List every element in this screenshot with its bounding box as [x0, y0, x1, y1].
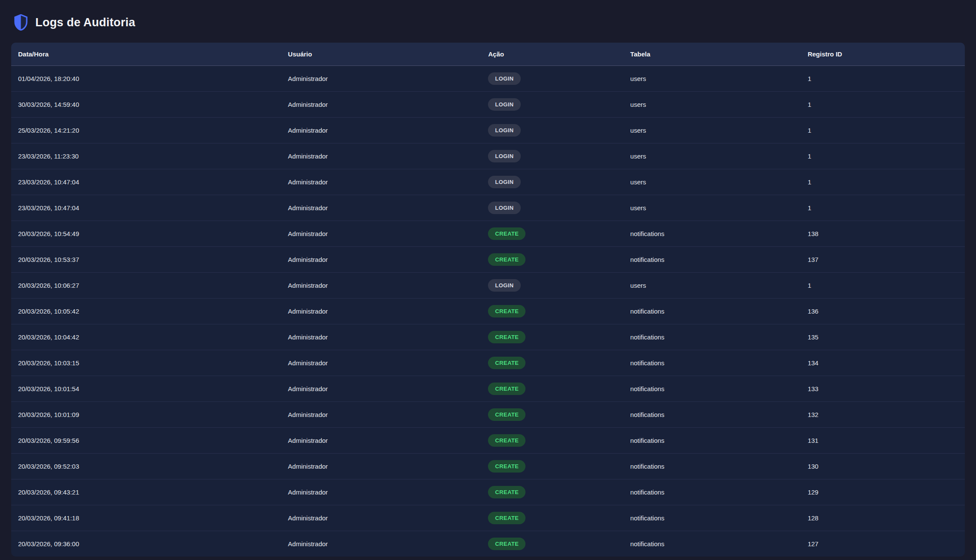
- audit-log-card: Data/Hora Usuário Ação Tabela Registro I…: [11, 43, 965, 557]
- cell-action: CREATE: [481, 350, 623, 376]
- action-badge: CREATE: [488, 253, 525, 266]
- cell-datetime: 20/03/2026, 10:01:54: [11, 376, 281, 401]
- cell-action: CREATE: [481, 427, 623, 453]
- cell-record-id: 132: [801, 401, 965, 427]
- cell-user: Administrador: [281, 272, 482, 298]
- cell-datetime: 30/03/2026, 14:59:40: [11, 91, 281, 117]
- cell-action: CREATE: [481, 324, 623, 350]
- action-badge: CREATE: [488, 305, 525, 317]
- shield-icon: [14, 14, 28, 31]
- cell-user: Administrador: [281, 505, 482, 531]
- cell-user: Administrador: [281, 427, 482, 453]
- cell-user: Administrador: [281, 195, 482, 221]
- cell-record-id: 135: [801, 324, 965, 350]
- cell-table: users: [623, 91, 801, 117]
- table-row: 20/03/2026, 09:36:00 Administrador CREAT…: [11, 531, 965, 557]
- cell-record-id: 1: [801, 91, 965, 117]
- cell-action: LOGIN: [481, 272, 623, 298]
- page-title: Logs de Auditoria: [35, 16, 135, 29]
- action-badge: CREATE: [488, 408, 525, 421]
- cell-user: Administrador: [281, 453, 482, 479]
- cell-action: LOGIN: [481, 117, 623, 143]
- cell-datetime: 25/03/2026, 14:21:20: [11, 117, 281, 143]
- cell-table: notifications: [623, 479, 801, 505]
- cell-record-id: 1: [801, 117, 965, 143]
- action-badge: LOGIN: [488, 176, 520, 188]
- table-row: 20/03/2026, 10:54:49 Administrador CREAT…: [11, 221, 965, 246]
- audit-table-body: 01/04/2026, 18:20:40 Administrador LOGIN…: [11, 65, 965, 557]
- cell-table: users: [623, 272, 801, 298]
- cell-table: users: [623, 117, 801, 143]
- cell-record-id: 130: [801, 453, 965, 479]
- action-badge: CREATE: [488, 460, 525, 473]
- cell-record-id: 1: [801, 169, 965, 195]
- cell-table: users: [623, 195, 801, 221]
- action-badge: CREATE: [488, 227, 525, 240]
- table-row: 20/03/2026, 10:04:42 Administrador CREAT…: [11, 324, 965, 350]
- cell-action: CREATE: [481, 505, 623, 531]
- cell-user: Administrador: [281, 531, 482, 557]
- table-row: 20/03/2026, 10:05:42 Administrador CREAT…: [11, 298, 965, 324]
- action-badge: LOGIN: [488, 98, 520, 111]
- cell-datetime: 20/03/2026, 09:43:21: [11, 479, 281, 505]
- cell-datetime: 20/03/2026, 10:01:09: [11, 401, 281, 427]
- cell-user: Administrador: [281, 143, 482, 169]
- cell-user: Administrador: [281, 376, 482, 401]
- table-row: 20/03/2026, 09:43:21 Administrador CREAT…: [11, 479, 965, 505]
- cell-user: Administrador: [281, 169, 482, 195]
- cell-datetime: 20/03/2026, 10:05:42: [11, 298, 281, 324]
- cell-user: Administrador: [281, 298, 482, 324]
- cell-record-id: 1: [801, 143, 965, 169]
- action-badge: CREATE: [488, 434, 525, 447]
- cell-table: notifications: [623, 246, 801, 272]
- action-badge: CREATE: [488, 538, 525, 550]
- cell-action: CREATE: [481, 246, 623, 272]
- cell-record-id: 133: [801, 376, 965, 401]
- action-badge: LOGIN: [488, 279, 520, 292]
- table-row: 20/03/2026, 09:52:03 Administrador CREAT…: [11, 453, 965, 479]
- cell-record-id: 1: [801, 65, 965, 91]
- cell-table: notifications: [623, 298, 801, 324]
- cell-datetime: 20/03/2026, 09:59:56: [11, 427, 281, 453]
- cell-datetime: 23/03/2026, 11:23:30: [11, 143, 281, 169]
- action-badge: CREATE: [488, 383, 525, 395]
- cell-datetime: 20/03/2026, 09:41:18: [11, 505, 281, 531]
- cell-record-id: 134: [801, 350, 965, 376]
- cell-action: CREATE: [481, 376, 623, 401]
- cell-action: CREATE: [481, 401, 623, 427]
- action-badge: LOGIN: [488, 124, 520, 137]
- cell-record-id: 127: [801, 531, 965, 557]
- action-badge: LOGIN: [488, 202, 520, 214]
- cell-record-id: 137: [801, 246, 965, 272]
- table-row: 23/03/2026, 11:23:30 Administrador LOGIN…: [11, 143, 965, 169]
- cell-user: Administrador: [281, 246, 482, 272]
- table-row: 20/03/2026, 09:59:56 Administrador CREAT…: [11, 427, 965, 453]
- cell-datetime: 20/03/2026, 09:36:00: [11, 531, 281, 557]
- table-row: 20/03/2026, 10:53:37 Administrador CREAT…: [11, 246, 965, 272]
- table-row: 20/03/2026, 10:01:09 Administrador CREAT…: [11, 401, 965, 427]
- cell-datetime: 20/03/2026, 10:06:27: [11, 272, 281, 298]
- cell-action: CREATE: [481, 453, 623, 479]
- cell-action: LOGIN: [481, 91, 623, 117]
- cell-table: notifications: [623, 427, 801, 453]
- cell-record-id: 1: [801, 272, 965, 298]
- cell-user: Administrador: [281, 91, 482, 117]
- cell-datetime: 20/03/2026, 09:52:03: [11, 453, 281, 479]
- cell-record-id: 1: [801, 195, 965, 221]
- cell-record-id: 138: [801, 221, 965, 246]
- header-row: Data/Hora Usuário Ação Tabela Registro I…: [11, 43, 965, 65]
- cell-table: notifications: [623, 350, 801, 376]
- cell-record-id: 128: [801, 505, 965, 531]
- cell-action: CREATE: [481, 298, 623, 324]
- cell-table: users: [623, 65, 801, 91]
- cell-action: CREATE: [481, 531, 623, 557]
- cell-action: LOGIN: [481, 169, 623, 195]
- cell-record-id: 136: [801, 298, 965, 324]
- action-badge: LOGIN: [488, 72, 520, 85]
- action-badge: CREATE: [488, 331, 525, 343]
- table-row: 20/03/2026, 09:41:18 Administrador CREAT…: [11, 505, 965, 531]
- cell-datetime: 20/03/2026, 10:54:49: [11, 221, 281, 246]
- column-header-record-id: Registro ID: [801, 43, 965, 65]
- table-row: 23/03/2026, 10:47:04 Administrador LOGIN…: [11, 195, 965, 221]
- cell-table: users: [623, 143, 801, 169]
